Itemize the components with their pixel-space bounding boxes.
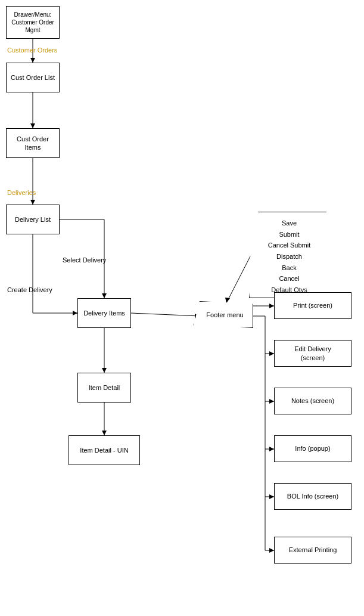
customer-orders-label: Customer Orders <box>7 47 57 54</box>
item-detail-box: Item Detail <box>77 373 131 403</box>
select-delivery-label: Select Delivery <box>63 256 106 264</box>
menu-options-text: Save Submit Cancel Submit Dispatch Back … <box>258 218 321 296</box>
svg-marker-29 <box>269 447 274 451</box>
svg-marker-5 <box>30 200 35 205</box>
svg-marker-19 <box>269 304 274 308</box>
svg-marker-8 <box>73 311 77 315</box>
delivery-list-box: Delivery List <box>6 205 60 234</box>
cust-order-list-box: Cust Order List <box>6 63 60 92</box>
create-delivery-label: Create Delivery <box>7 286 52 293</box>
deliveries-label: Deliveries <box>7 189 36 196</box>
svg-marker-13 <box>102 368 107 373</box>
svg-marker-23 <box>269 351 274 356</box>
menu-options-container: Save Submit Cancel Submit Dispatch Back … <box>249 212 326 298</box>
external-printing-box: External Printing <box>274 537 351 564</box>
svg-marker-37 <box>225 298 230 303</box>
edit-delivery-box: Edit Delivery (screen) <box>274 340 351 367</box>
svg-marker-11 <box>102 293 107 298</box>
svg-marker-1 <box>30 58 35 63</box>
svg-marker-3 <box>30 123 35 128</box>
drawer-menu-box: Drawer/Menu: Customer Order Mgmt <box>6 6 60 39</box>
flow-diagram: Drawer/Menu: Customer Order Mgmt Custome… <box>0 0 364 616</box>
footer-menu-box: Footer menu <box>194 301 253 328</box>
svg-line-16 <box>131 313 200 316</box>
svg-line-36 <box>226 256 250 303</box>
cust-order-items-box: Cust Order Items <box>6 128 60 158</box>
print-screen-box: Print (screen) <box>274 292 351 319</box>
svg-marker-32 <box>269 494 274 499</box>
svg-marker-35 <box>269 548 274 553</box>
bol-info-box: BOL Info (screen) <box>274 483 351 510</box>
svg-marker-15 <box>102 431 107 435</box>
notes-screen-box: Notes (screen) <box>274 388 351 414</box>
svg-marker-26 <box>269 399 274 404</box>
delivery-items-box: Delivery Items <box>77 298 131 328</box>
item-detail-uin-box: Item Detail - UIN <box>69 435 140 465</box>
info-popup-box: Info (popup) <box>274 435 351 462</box>
